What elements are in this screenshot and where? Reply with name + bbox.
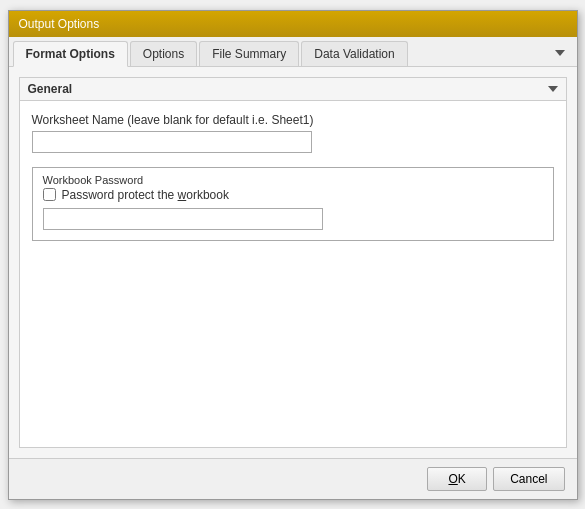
worksheet-name-label: Worksheet Name (leave blank for default … [32, 113, 554, 127]
section-content: Worksheet Name (leave blank for default … [20, 101, 566, 447]
title-bar: Output Options [9, 11, 577, 37]
tab-data-validation[interactable]: Data Validation [301, 41, 408, 66]
section-header: General [20, 78, 566, 101]
ok-button[interactable]: OK [427, 467, 487, 491]
section-dropdown-button[interactable] [548, 83, 558, 94]
password-protect-checkbox[interactable] [43, 188, 56, 201]
footer: OK Cancel [9, 458, 577, 499]
dialog-content: Format Options Options File Summary Data… [9, 37, 577, 499]
cancel-button[interactable]: Cancel [493, 467, 564, 491]
section-box: General Worksheet Name (leave blank for … [19, 77, 567, 448]
workbook-password-legend: Workbook Password [39, 174, 543, 186]
window-title: Output Options [19, 17, 100, 31]
workbook-password-group: Workbook Password Password protect the w… [32, 167, 554, 241]
password-protect-label[interactable]: Password protect the workbook [62, 188, 229, 202]
tabs-bar: Format Options Options File Summary Data… [9, 37, 577, 67]
tab-options[interactable]: Options [130, 41, 197, 66]
password-input[interactable] [43, 208, 323, 230]
section-title: General [28, 82, 73, 96]
chevron-down-icon [548, 86, 558, 92]
worksheet-name-group: Worksheet Name (leave blank for default … [32, 113, 554, 153]
tab-file-summary[interactable]: File Summary [199, 41, 299, 66]
password-protect-row: Password protect the workbook [43, 188, 543, 202]
main-area: General Worksheet Name (leave blank for … [9, 67, 577, 458]
chevron-down-icon [555, 50, 565, 56]
tab-format-options[interactable]: Format Options [13, 41, 128, 67]
worksheet-name-input[interactable] [32, 131, 312, 153]
tabs-dropdown-button[interactable] [547, 41, 573, 66]
dialog-window: Output Options Format Options Options Fi… [8, 10, 578, 500]
